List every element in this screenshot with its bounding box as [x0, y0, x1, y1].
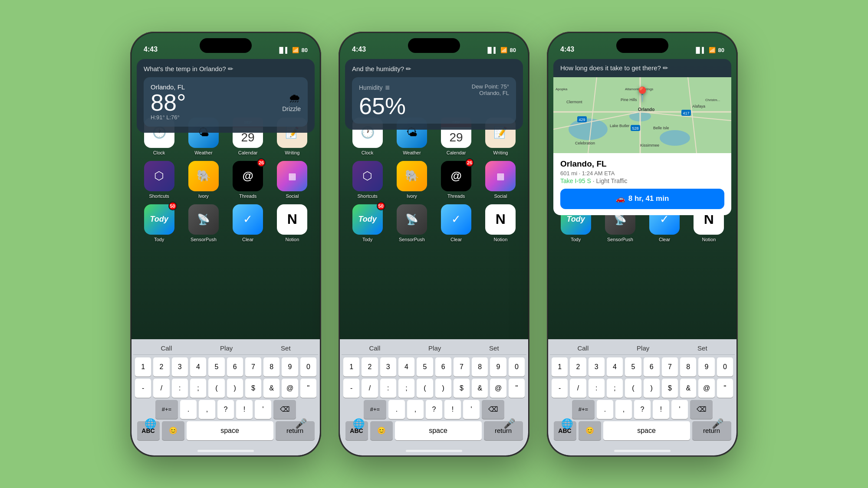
key2-quote[interactable]: "	[509, 379, 525, 398]
mic-icon-1[interactable]: 🎤	[295, 418, 307, 429]
suggestion-play-3[interactable]: Play	[637, 344, 649, 352]
app-sensorpush[interactable]: 📡 SensorPush	[184, 204, 222, 242]
key2-lparen[interactable]: (	[417, 379, 433, 398]
globe-icon-1[interactable]: 🌐	[145, 418, 156, 429]
key2-5[interactable]: 5	[417, 357, 433, 377]
key2-1[interactable]: 1	[343, 357, 359, 377]
key-3[interactable]: 3	[172, 357, 188, 377]
key2-apos[interactable]: '	[463, 400, 480, 419]
key3-numpad[interactable]: #+=	[572, 400, 595, 419]
key2-semi[interactable]: ;	[398, 379, 414, 398]
key2-9[interactable]: 9	[490, 357, 506, 377]
mic-icon-2[interactable]: 🎤	[503, 418, 515, 429]
key2-numpad[interactable]: #+=	[364, 400, 386, 419]
globe-icon-2[interactable]: 🌐	[353, 418, 365, 429]
key2-amp[interactable]: &	[472, 379, 488, 398]
key-amp[interactable]: &	[263, 379, 279, 398]
key3-2[interactable]: 2	[570, 357, 586, 377]
key3-8[interactable]: 8	[680, 357, 696, 377]
app-notion-2[interactable]: N Notion	[482, 204, 519, 242]
key2-at[interactable]: @	[490, 379, 506, 398]
key3-at[interactable]: @	[698, 379, 714, 398]
app-tody[interactable]: Tody 50 Tody	[140, 204, 178, 242]
mic-icon-3[interactable]: 🎤	[712, 418, 723, 429]
key3-quote[interactable]: "	[717, 379, 733, 398]
key2-colon[interactable]: :	[380, 379, 396, 398]
key3-comma[interactable]: ,	[615, 400, 632, 419]
key-lparen[interactable]: (	[208, 379, 224, 398]
suggestion-call-3[interactable]: Call	[577, 344, 589, 352]
key3-colon[interactable]: :	[589, 379, 605, 398]
key3-0[interactable]: 0	[717, 357, 733, 377]
key3-6[interactable]: 6	[644, 357, 660, 377]
suggestion-set-3[interactable]: Set	[697, 344, 707, 352]
key2-exclaim[interactable]: !	[444, 400, 461, 419]
key2-comma[interactable]: ,	[407, 400, 424, 419]
key3-9[interactable]: 9	[698, 357, 714, 377]
key3-dash[interactable]: -	[552, 379, 568, 398]
key-semi[interactable]: ;	[190, 379, 206, 398]
app-threads[interactable]: @ 26 Threads	[229, 161, 267, 199]
key3-3[interactable]: 3	[589, 357, 605, 377]
key2-dollar[interactable]: $	[454, 379, 470, 398]
key2-rparen[interactable]: )	[435, 379, 451, 398]
key2-8[interactable]: 8	[472, 357, 488, 377]
key2-period[interactable]: .	[388, 400, 405, 419]
app-shortcuts-2[interactable]: ⬡ Shortcuts	[349, 161, 386, 199]
key3-7[interactable]: 7	[662, 357, 678, 377]
app-clear-2[interactable]: ✓ Clear	[437, 204, 475, 242]
key-dash[interactable]: -	[135, 379, 151, 398]
delete-key-3[interactable]: ⌫	[690, 400, 713, 419]
key-rparen[interactable]: )	[227, 379, 243, 398]
key-4[interactable]: 4	[190, 357, 206, 377]
suggestion-set-1[interactable]: Set	[281, 344, 291, 352]
suggestion-set-2[interactable]: Set	[489, 344, 499, 352]
key3-semi[interactable]: ;	[607, 379, 623, 398]
key-0[interactable]: 0	[300, 357, 316, 377]
key-5[interactable]: 5	[208, 357, 224, 377]
suggestion-call-2[interactable]: Call	[369, 344, 380, 352]
app-sensorpush-2[interactable]: 📡 SensorPush	[393, 204, 431, 242]
key-apos[interactable]: '	[255, 400, 271, 419]
suggestion-call-1[interactable]: Call	[161, 344, 172, 352]
key2-2[interactable]: 2	[362, 357, 378, 377]
app-social-2[interactable]: ▦ Social	[482, 161, 519, 199]
key2-6[interactable]: 6	[435, 357, 451, 377]
key2-3[interactable]: 3	[380, 357, 396, 377]
key-question[interactable]: ?	[217, 400, 234, 419]
key-comma[interactable]: ,	[199, 400, 215, 419]
key2-dash[interactable]: -	[343, 379, 359, 398]
app-notion[interactable]: N Notion	[273, 204, 311, 242]
app-clear[interactable]: ✓ Clear	[229, 204, 267, 242]
app-threads-2[interactable]: @ 26 Threads	[437, 161, 475, 199]
key3-rparen[interactable]: )	[644, 379, 660, 398]
key3-period[interactable]: .	[597, 400, 613, 419]
key3-amp[interactable]: &	[680, 379, 696, 398]
app-social[interactable]: ▦ Social	[273, 161, 311, 199]
delete-key-1[interactable]: ⌫	[273, 400, 296, 419]
key3-lparen[interactable]: (	[625, 379, 641, 398]
key-1[interactable]: 1	[135, 357, 151, 377]
key-quote[interactable]: "	[300, 379, 316, 398]
key-8[interactable]: 8	[263, 357, 279, 377]
app-ivory-2[interactable]: 🐘 Ivory	[393, 161, 431, 199]
key3-4[interactable]: 4	[607, 357, 623, 377]
key-6[interactable]: 6	[227, 357, 243, 377]
key-exclaim[interactable]: !	[236, 400, 253, 419]
suggestion-play-1[interactable]: Play	[220, 344, 233, 352]
key2-0[interactable]: 0	[509, 357, 525, 377]
key-9[interactable]: 9	[282, 357, 298, 377]
key-2[interactable]: 2	[153, 357, 169, 377]
key-slash[interactable]: /	[153, 379, 169, 398]
app-shortcuts[interactable]: ⬡ Shortcuts	[140, 161, 178, 199]
key2-slash[interactable]: /	[362, 379, 378, 398]
key2-4[interactable]: 4	[398, 357, 414, 377]
key2-question[interactable]: ?	[426, 400, 442, 419]
key3-exclaim[interactable]: !	[653, 400, 669, 419]
key3-5[interactable]: 5	[625, 357, 641, 377]
app-ivory[interactable]: 🐘 Ivory	[184, 161, 222, 199]
key-numpad[interactable]: #+=	[155, 400, 178, 419]
key-period[interactable]: .	[180, 400, 197, 419]
key-7[interactable]: 7	[245, 357, 261, 377]
map-duration-btn[interactable]: 🚗 8 hr, 41 min	[560, 189, 724, 209]
